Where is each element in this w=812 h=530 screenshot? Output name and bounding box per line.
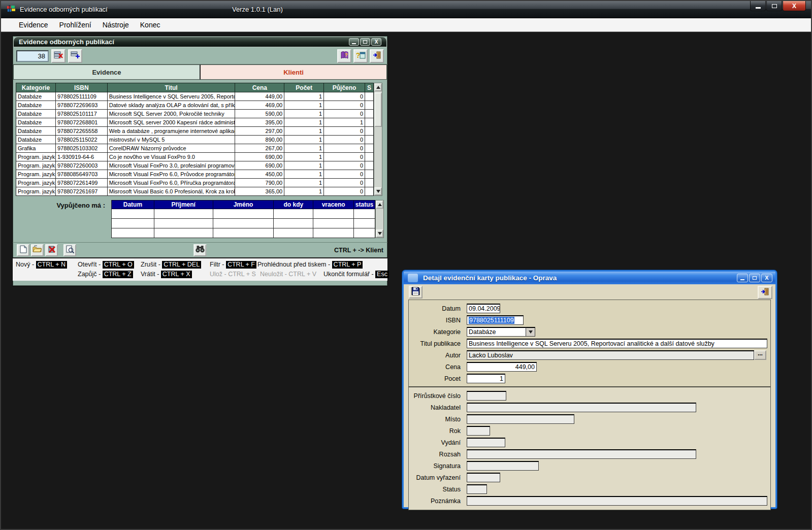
delete-button[interactable] (45, 244, 58, 256)
loan-row[interactable] (112, 219, 375, 228)
cell-isbn[interactable]: 9788072269693 (56, 101, 108, 110)
cell-isbn[interactable]: 9788025101117 (56, 110, 108, 118)
cell-pocet[interactable]: 1 (284, 170, 324, 179)
rozsah-field[interactable] (467, 449, 696, 459)
cell-cena[interactable]: 297,00 (235, 127, 284, 136)
tab-evidence[interactable]: Evidence (13, 64, 201, 80)
vydani-field[interactable] (467, 438, 505, 447)
cell-kategorie[interactable]: Program. jazyk (16, 153, 56, 161)
window-minimize-button[interactable] (750, 1, 766, 11)
misto-field[interactable] (467, 414, 574, 424)
cell-s[interactable] (365, 187, 374, 196)
cell-kategorie[interactable]: Databáze (16, 92, 56, 101)
record-count-field[interactable] (16, 50, 49, 62)
cell-pocet[interactable]: 1 (284, 187, 324, 196)
datum-vyrazeni-field[interactable] (467, 473, 500, 482)
table-row[interactable]: Program. jazyk 1-930919-64-6 Co je nov0h… (16, 153, 374, 161)
cell-titul[interactable]: Co je nov0ho ve Visual FoxPro 9.0 (108, 153, 236, 161)
scroll-down-button[interactable] (374, 187, 382, 195)
cell-pujceno[interactable]: 0 (324, 110, 365, 118)
cell-kategorie[interactable]: Grafika (16, 144, 56, 153)
poznamka-field[interactable] (467, 496, 767, 506)
context-help-button[interactable]: ? (353, 49, 368, 63)
help-book-button[interactable]: ? (337, 49, 351, 63)
cell-kategorie[interactable]: Databáze (16, 110, 56, 118)
cell-pocet[interactable]: 1 (284, 179, 324, 187)
cell-titul[interactable]: Microsoft Visual FoxPro 6.0, Příručka pr… (108, 179, 236, 187)
cell-kategorie[interactable]: Program. jazyk (16, 170, 56, 179)
prirustkove-field[interactable] (467, 391, 506, 401)
cell-kategorie[interactable]: Program. jazyk (16, 187, 56, 196)
table-row[interactable]: Program. jazyk 9788072260003 Microsoft V… (16, 161, 374, 170)
cell-kategorie[interactable]: Databáze (16, 101, 56, 110)
table-row[interactable]: Databáze 9788025101117 Microsoft SQL Ser… (16, 110, 374, 118)
autor-browse-button[interactable]: ... (754, 350, 766, 360)
cell-cena[interactable]: 449,00 (235, 92, 284, 101)
new-record-button[interactable] (17, 244, 29, 256)
cell-cena[interactable]: 690,00 (235, 153, 284, 161)
detail-exit-button[interactable] (758, 286, 772, 299)
cell-pocet[interactable]: 1 (284, 127, 324, 136)
cell-s[interactable] (365, 170, 374, 179)
loan-row[interactable] (112, 228, 375, 238)
menu-item[interactable]: Prohlížení (54, 19, 97, 31)
cell-titul[interactable]: Microsoft SQL Server 2000, Pokročilé tec… (108, 110, 236, 118)
scroll-up-button[interactable] (376, 201, 383, 209)
detail-minimize-button[interactable] (737, 274, 748, 282)
cell-titul[interactable]: Misrosoft Visual Basic 6.0 Profesionál, … (108, 187, 236, 196)
cell-titul[interactable]: Microsoft SQL server 2000 Kapesní rádce … (108, 118, 236, 127)
cell-s[interactable] (365, 127, 374, 136)
rok-field[interactable] (467, 426, 490, 436)
grid-scrollbar[interactable] (374, 83, 382, 196)
loan-row[interactable] (112, 209, 375, 219)
cell-pujceno[interactable]: 0 (324, 179, 365, 187)
cell-isbn[interactable]: 9788072260003 (56, 161, 108, 170)
cell-pujceno[interactable]: 0 (324, 92, 365, 101)
cell-kategorie[interactable]: Program. jazyk (16, 161, 56, 170)
cell-s[interactable] (365, 144, 374, 153)
menu-item[interactable]: Nástroje (97, 19, 135, 31)
kategorie-dropdown[interactable]: Databáze (467, 327, 535, 337)
cell-cena[interactable]: 790,00 (235, 179, 284, 187)
cell-isbn[interactable]: 9788072265558 (56, 127, 108, 136)
cell-isbn[interactable]: 9788025111109 (56, 92, 108, 101)
cell-pujceno[interactable]: 1 (324, 118, 365, 127)
cell-kategorie[interactable]: Program. jazyk (16, 179, 56, 187)
isbn-field[interactable]: 9788025111109 (467, 315, 524, 325)
detail-close-button[interactable]: X (761, 274, 772, 282)
status-field[interactable] (467, 484, 487, 494)
cell-titul[interactable]: Microsoft Visual FoxPro 6.0, Průvodce pr… (108, 170, 236, 179)
cell-pocet[interactable]: 1 (284, 118, 324, 127)
titul-field[interactable]: Business Intelligence v SQL Serveru 2005… (467, 339, 767, 348)
cell-titul[interactable]: CorelDRAW Názorný průvodce (108, 144, 236, 153)
cell-pocet[interactable]: 1 (284, 161, 324, 170)
cell-kategorie[interactable]: Databáze (16, 136, 56, 144)
print-preview-button[interactable] (63, 244, 76, 256)
evidence-close-button[interactable]: X (371, 38, 381, 46)
table-row[interactable]: Databáze 9788025111109 Business Intellig… (16, 92, 374, 101)
cell-titul[interactable]: Business Intelligence v SQL Serveru 2005… (108, 92, 236, 101)
cell-isbn[interactable]: 9788072261499 (56, 179, 108, 187)
cell-pocet[interactable]: 1 (284, 101, 324, 110)
evidence-maximize-button[interactable] (360, 38, 370, 46)
cell-pocet[interactable]: 1 (284, 153, 324, 161)
cell-isbn[interactable]: 1-930919-64-6 (56, 153, 108, 161)
cell-cena[interactable]: 469,00 (235, 101, 284, 110)
cell-isbn[interactable]: 9788025103302 (56, 144, 108, 153)
cell-cena[interactable]: 267,00 (235, 144, 284, 153)
delete-record-button[interactable] (51, 49, 66, 63)
cell-pujceno[interactable]: 0 (324, 144, 365, 153)
cell-isbn[interactable]: 9788072268801 (56, 118, 108, 127)
save-button[interactable] (409, 286, 423, 299)
cell-kategorie[interactable]: Databáze (16, 127, 56, 136)
table-row[interactable]: Program. jazyk 9788072261499 Microsoft V… (16, 179, 374, 187)
cell-pujceno[interactable]: 0 (324, 170, 365, 179)
cell-cena[interactable]: 690,00 (235, 161, 284, 170)
cell-pujceno[interactable]: 0 (324, 153, 365, 161)
datum-field[interactable]: 09.04.2009 (467, 304, 500, 313)
loans-scrollbar[interactable] (375, 200, 384, 238)
pocet-field[interactable]: 1 (467, 374, 505, 383)
cell-titul[interactable]: Web a databáze , programujene internetov… (108, 127, 236, 136)
cell-s[interactable] (365, 101, 374, 110)
scroll-thumb[interactable] (374, 92, 382, 127)
